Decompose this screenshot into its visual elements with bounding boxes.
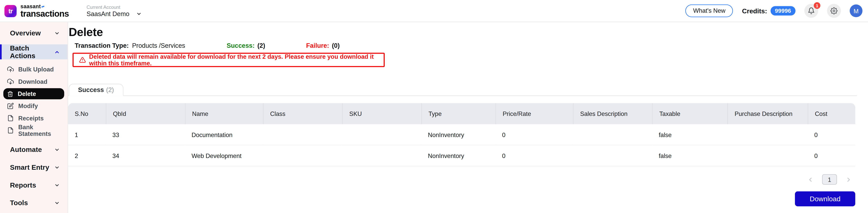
table-header-row: S.No QbId Name Class SKU Type Price/Rate… [68,103,855,124]
cell-sales-description [573,124,652,145]
column-header-sno: S.No [68,103,106,124]
sidebar-item-bank-statements[interactable]: Bank Statements [0,124,68,136]
main-content: Delete Transaction Type: Products /Servi… [68,22,868,213]
cell-type: NonInventory [421,145,496,166]
cell-sno: 2 [68,145,106,166]
sidebar-item-modify[interactable]: Modify [0,100,68,112]
cell-qbid: 34 [106,145,185,166]
tab-count: (2) [106,86,114,93]
sidebar-item-label: Reports [10,181,36,189]
column-header-purchase-description: Purchase Description [727,103,808,124]
brand-name-bottom: transactions [21,9,69,18]
avatar-initial: M [854,7,859,14]
account-name: SaasAnt Demo [87,10,129,17]
chevron-right-icon [845,176,852,183]
success-label: Success: [226,42,254,49]
account-selector[interactable]: Current Account SaasAnt Demo [87,4,142,17]
notifications-button[interactable]: 1 [804,4,818,18]
chevron-down-icon [54,200,60,206]
cell-taxable: false [652,145,727,166]
column-header-sku: SKU [342,103,421,124]
brand-logo: tr saasant transactions [4,3,69,18]
gear-icon [830,7,838,15]
whats-new-button[interactable]: What's New [685,4,733,17]
column-header-taxable: Taxable [652,103,727,124]
sidebar-item-overview[interactable]: Overview [0,27,68,40]
sidebar-item-delete[interactable]: Delete [3,88,64,99]
modify-icon [7,103,14,109]
cell-price-rate: 0 [496,145,573,166]
sidebar-item-smart-entry[interactable]: Smart Entry [0,161,68,174]
credits-badge: 99996 [771,6,796,16]
sidebar-item-label: Automate [10,146,42,154]
tab-label: Success [78,86,104,93]
account-selector-label: Current Account [87,4,142,10]
credits-display: Credits: 99996 [742,6,796,16]
table-row: 1 33 Documentation NonInventory 0 false … [68,124,855,145]
tab-bar: Success (2) [68,84,857,96]
chevron-down-icon [54,30,60,36]
sidebar-item-bulk-upload[interactable]: Bulk Upload [0,63,68,75]
sidebar-item-label: Download [18,78,48,85]
sidebar-item-label: Overview [10,29,41,37]
cell-qbid: 33 [106,124,185,145]
cell-sku [342,145,421,166]
brand-wordmark: saasant transactions [21,3,69,18]
transaction-type-value: Products /Services [132,42,185,49]
sidebar-item-download[interactable]: Download [0,75,68,87]
cell-name: Documentation [185,124,263,145]
sidebar: Overview Batch Actions Bulk Upload [0,22,68,213]
next-page-button[interactable] [845,176,852,183]
sidebar-item-tools[interactable]: Tools [0,196,68,210]
cell-sku [342,124,421,145]
brand-logo-icon: tr [4,5,17,17]
cell-purchase-description [727,124,808,145]
warning-icon [79,57,86,63]
column-header-price-rate: Price/Rate [496,103,573,124]
cell-cost: 0 [808,124,855,145]
sidebar-item-label: Delete [18,90,36,97]
credits-label: Credits: [742,7,767,15]
page-title: Delete [68,25,857,39]
user-avatar[interactable]: M [850,4,862,17]
cell-sales-description [573,145,652,166]
column-header-type: Type [421,103,496,124]
download-button[interactable]: Download [795,191,855,206]
failure-count: (0) [332,42,340,49]
sidebar-item-label: Receipts [18,115,44,122]
sidebar-item-automate[interactable]: Automate [0,143,68,156]
chevron-down-icon [136,11,142,17]
bulk-upload-icon [7,66,14,73]
sidebar-item-label: Modify [18,103,38,109]
sidebar-item-reports[interactable]: Reports [0,179,68,192]
sidebar-item-batch-actions[interactable]: Batch Actions [0,45,68,59]
prev-page-button[interactable] [807,176,814,183]
brand-name-top: saasant [21,3,69,9]
receipts-icon [7,115,14,122]
settings-button[interactable] [827,4,841,18]
sidebar-batch-actions-submenu: Bulk Upload Download Delete [0,63,68,136]
page-number-button[interactable]: 1 [822,174,837,185]
column-header-qbid: QbId [106,103,185,124]
warning-text: Deleted data will remain available for d… [89,53,378,66]
bank-statements-icon [7,127,14,134]
top-bar: tr saasant transactions Current Account … [0,0,868,22]
tab-success[interactable]: Success (2) [68,84,123,96]
sidebar-item-label: Smart Entry [10,164,49,171]
sidebar-item-label: Bank Statements [18,124,64,137]
download-row: Download [68,191,857,206]
cell-purchase-description [727,145,808,166]
app-window: tr saasant transactions Current Account … [0,0,868,213]
column-header-name: Name [185,103,263,124]
summary-row: Transaction Type: Products /Services Suc… [75,42,857,51]
column-header-cost: Cost [808,103,855,124]
chevron-left-icon [807,176,814,183]
results-table: S.No QbId Name Class SKU Type Price/Rate… [68,103,855,166]
sidebar-item-receipts[interactable]: Receipts [0,112,68,124]
transaction-type-label: Transaction Type: [75,42,129,49]
cell-taxable: false [652,124,727,145]
chevron-down-icon [54,165,60,170]
chevron-down-icon [54,183,60,188]
warning-banner: Deleted data will remain available for d… [72,53,384,67]
topbar-actions: What's New Credits: 99996 1 M [685,4,863,18]
